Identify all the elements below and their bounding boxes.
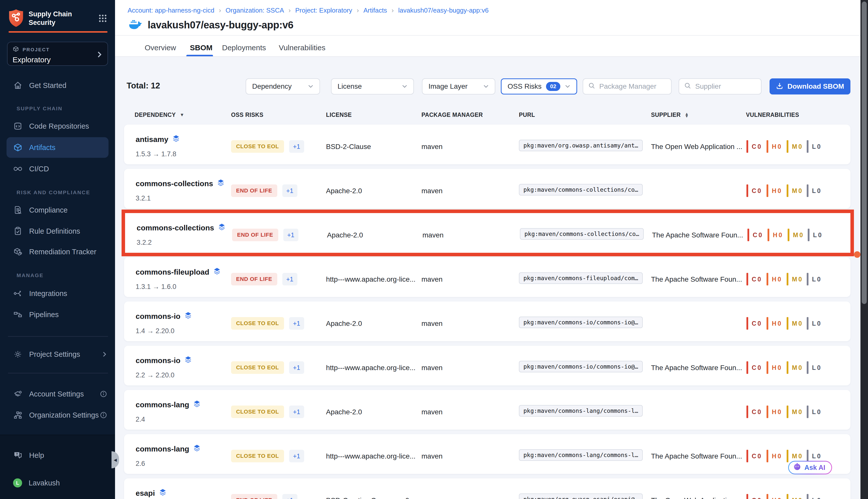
vulnerabilities-cell: C0 H0 M0 L0: [746, 140, 827, 153]
sidebar-item-artifacts[interactable]: Artifacts: [7, 137, 109, 158]
breadcrumb: Account: app-harness-ng-cicd› Organizati…: [127, 7, 488, 14]
low-count: L0: [807, 361, 827, 374]
purl-chip[interactable]: pkg:maven/org.owasp.antisamy/ant…: [519, 140, 643, 151]
dependency-name: commons-io: [136, 356, 192, 365]
tab-sbom[interactable]: SBOM: [190, 40, 212, 55]
risk-extra-badge[interactable]: +1: [289, 317, 305, 330]
risk-extra-badge[interactable]: +1: [282, 184, 298, 197]
table-row[interactable]: commons-io 2.2 → 2.20.0 CLOSE TO EOL +1 …: [124, 346, 851, 386]
low-count: L0: [807, 273, 827, 285]
risk-extra-badge[interactable]: +1: [289, 361, 305, 374]
oss-risks-cell: CLOSE TO EOL +1: [231, 140, 304, 153]
user-menu[interactable]: L Lavakush: [0, 475, 115, 490]
active-tab-indicator: [186, 55, 213, 56]
breadcrumb-organization[interactable]: Organization: SSCA: [225, 7, 284, 14]
table-row[interactable]: commons-lang 2.6 CLOSE TO EOL +1 http---…: [124, 434, 851, 474]
scrollbar-thumb[interactable]: [862, 1, 867, 304]
table-row[interactable]: commons-io 1.4 → 2.20.0 CLOSE TO EOL +1 …: [124, 302, 851, 341]
risk-extra-badge[interactable]: +1: [289, 405, 305, 418]
package-manager-cell: maven: [421, 364, 443, 372]
brand: Supply ChainSecurity: [9, 9, 72, 29]
sidebar-item-get-started[interactable]: Get Started: [0, 78, 115, 93]
sidebar-item-help[interactable]: ? Help: [0, 448, 115, 463]
project-selector[interactable]: PROJECT Exploratory: [7, 42, 108, 66]
high-count: H0: [767, 140, 786, 153]
oss-risks-cell: CLOSE TO EOL +1: [231, 450, 304, 462]
purl-cell: pkg:maven/commons-fileupload/com…: [519, 272, 643, 286]
sidebar-item-compliance[interactable]: Compliance: [0, 203, 115, 218]
sidebar-item-account-settings[interactable]: Account Settings: [0, 387, 115, 402]
purl-chip[interactable]: pkg:maven/commons-collections/co…: [519, 184, 643, 195]
risk-extra-badge[interactable]: +1: [289, 140, 305, 153]
layers-icon: [218, 223, 225, 232]
sbom-table: antisamy 1.5.3 → 1.7.8 CLOSE TO EOL +1 B…: [115, 57, 868, 499]
high-count: H0: [768, 229, 788, 241]
license-cell: Apache-2.0: [326, 408, 362, 416]
vulnerabilities-cell: C0 H0 M0 L0: [746, 317, 827, 330]
scrollbar[interactable]: [860, 0, 868, 499]
share-nodes-icon: [13, 289, 23, 298]
tab-vulnerabilities[interactable]: Vulnerabilities: [279, 40, 325, 55]
tab-overview[interactable]: Overview: [145, 40, 176, 55]
purl-chip[interactable]: pkg:maven/commons-lang/commons-l…: [519, 449, 643, 461]
dependency-version: 2.2 → 2.20.0: [136, 372, 175, 379]
sidebar-item-remediation-tracker[interactable]: Remediation Tracker: [0, 244, 115, 259]
sidebar-item-rule-definitions[interactable]: Rule Definitions: [0, 223, 115, 239]
breadcrumb-artifacts[interactable]: Artifacts: [363, 7, 387, 14]
breadcrumb-project[interactable]: Project: Exploratory: [295, 7, 352, 14]
low-count: L0: [808, 229, 828, 241]
critical-count: C0: [747, 229, 768, 241]
critical-count: C0: [746, 450, 767, 462]
critical-count: C0: [746, 273, 767, 285]
high-count: H0: [767, 494, 786, 499]
risk-extra-badge[interactable]: +1: [283, 229, 299, 241]
purl-chip[interactable]: pkg:maven/commons-lang/commons-l…: [519, 405, 643, 417]
purl-chip[interactable]: pkg:maven/commons-collections/co…: [520, 228, 644, 240]
sidebar-item-pipelines[interactable]: Pipelines: [0, 307, 115, 322]
purl-chip[interactable]: pkg:maven/org.owasp.esapi/esapi@…: [519, 494, 643, 499]
risk-badge: CLOSE TO EOL: [231, 405, 284, 418]
sidebar-item-project-settings[interactable]: Project Settings: [0, 347, 115, 362]
medium-count: M0: [788, 229, 808, 241]
table-row[interactable]: commons-collections 3.2.2 END OF LIFE +1…: [124, 213, 851, 253]
sidebar-item-integrations[interactable]: Integrations: [0, 286, 115, 301]
app-root: Supply ChainSecurity PROJECT Exploratory…: [0, 0, 868, 499]
table-row[interactable]: esapi END OF LIFE +1 BSD-Creative Common…: [124, 478, 851, 499]
sidebar-item-organization-settings[interactable]: Organization Settings: [0, 407, 115, 423]
layers-gear-icon: [13, 389, 23, 399]
breadcrumb-artifact-name[interactable]: lavakush07/easy-buggy-app:v6: [398, 7, 489, 14]
ask-ai-button[interactable]: Ask AI: [788, 461, 832, 474]
app-grid-icon[interactable]: [98, 14, 107, 25]
purl-chip[interactable]: pkg:maven/commons-io/commons-io@…: [519, 361, 643, 373]
package-manager-cell: maven: [421, 452, 443, 460]
sidebar-item-cicd[interactable]: CI/CD: [0, 161, 115, 177]
high-count: H0: [767, 450, 786, 462]
dependency-version: 2.6: [136, 460, 145, 467]
help-chat-icon: ?: [13, 451, 23, 460]
supplier-cell: The Open Web Applicati...: [651, 497, 733, 499]
low-count: L0: [807, 405, 827, 418]
high-count: H0: [767, 273, 786, 285]
purl-chip[interactable]: pkg:maven/commons-io/commons-io@…: [519, 317, 643, 328]
license-cell: BSD-Creative Commons-0...: [326, 497, 415, 499]
harness-shield-logo: [9, 9, 24, 29]
table-row[interactable]: commons-collections 3.2.1 END OF LIFE +1…: [124, 169, 851, 208]
table-row[interactable]: antisamy 1.5.3 → 1.7.8 CLOSE TO EOL +1 B…: [124, 125, 851, 164]
purl-chip[interactable]: pkg:maven/commons-fileupload/com…: [519, 272, 643, 284]
breadcrumb-account[interactable]: Account: app-harness-ng-cicd: [127, 7, 214, 14]
ai-robot-icon: [793, 462, 802, 473]
tab-deployments[interactable]: Deployments: [222, 40, 266, 55]
dependency-version: 2.4: [136, 416, 145, 423]
risk-extra-badge[interactable]: +1: [282, 494, 298, 499]
org-gear-icon: [13, 410, 23, 420]
sidebar: Supply ChainSecurity PROJECT Exploratory…: [0, 0, 115, 499]
table-row[interactable]: commons-lang 2.4 CLOSE TO EOL +1 Apache-…: [124, 390, 851, 430]
doc-search-icon: [13, 205, 23, 215]
medium-count: M0: [786, 361, 807, 374]
info-icon: [100, 390, 107, 398]
table-row[interactable]: commons-fileupload 1.3.1 → 1.6.0 END OF …: [124, 257, 851, 297]
chevron-right-icon: [102, 351, 107, 357]
sidebar-item-code-repositories[interactable]: Code Repositories: [0, 119, 115, 134]
risk-extra-badge[interactable]: +1: [282, 273, 298, 285]
risk-extra-badge[interactable]: +1: [289, 450, 305, 462]
